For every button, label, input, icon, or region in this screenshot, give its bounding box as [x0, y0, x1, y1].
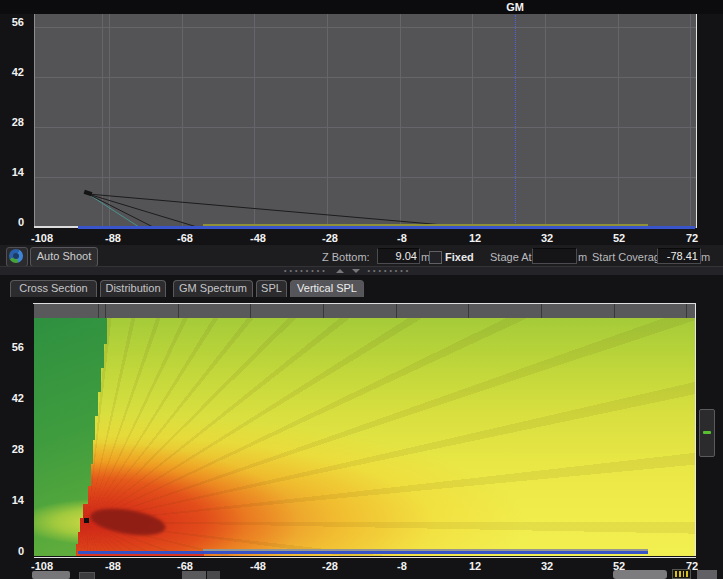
x-tick: 72 [668, 231, 716, 245]
bottom-right-scroll-handle[interactable] [613, 570, 667, 579]
vertical-spl-heatmap[interactable] [34, 318, 696, 556]
y-tick: 42 [0, 391, 24, 405]
x-tick: -108 [18, 231, 66, 245]
y-tick: 56 [0, 15, 24, 29]
gm-marker-label: GM [495, 0, 535, 14]
collapse-up-icon[interactable] [336, 269, 344, 273]
top-margin-strip [0, 0, 723, 14]
splitter-dots: •••••••• [284, 268, 328, 274]
line-array-marker [84, 190, 93, 196]
x-tick: -48 [234, 231, 282, 245]
spl-level-slider[interactable] [699, 409, 715, 457]
y-tick: 56 [0, 340, 24, 354]
x-tick: 32 [523, 231, 571, 245]
x-tick: -28 [306, 559, 354, 573]
heatmap-stage-line [80, 554, 204, 556]
fixed-label: Fixed [445, 251, 474, 263]
speaker-fan-drawing [35, 14, 696, 228]
app-window: GM 56 42 28 14 0 -108 -88 -68 -48 -28 -8… [0, 0, 723, 579]
heatmap-source-point [84, 518, 89, 523]
start-coverage-unit: m [701, 251, 710, 263]
gm-position-line [515, 15, 516, 227]
bottom-control[interactable] [182, 571, 206, 579]
tab-vertical-spl[interactable]: Vertical SPL [290, 280, 364, 297]
x-tick: 12 [451, 559, 499, 573]
y-tick: 0 [0, 544, 24, 558]
bottom-scroll-handle[interactable] [32, 571, 70, 579]
y-tick: 14 [0, 493, 24, 507]
tab-cross-section[interactable]: Cross Section [10, 280, 97, 297]
bottom-control[interactable] [207, 571, 220, 579]
y-tick: 42 [0, 65, 24, 79]
tab-gm-spectrum[interactable]: GM Spectrum [173, 280, 253, 297]
x-tick: -8 [378, 231, 426, 245]
auto-shoot-button[interactable]: Auto Shoot [30, 247, 98, 267]
bottom-right-button[interactable] [697, 570, 717, 579]
shoot-button[interactable] [6, 247, 28, 267]
y-tick: 14 [0, 165, 24, 179]
start-coverage-input[interactable] [657, 248, 701, 264]
fixed-checkbox[interactable] [429, 251, 442, 264]
view-tabbar: Cross Section Distribution GM Spectrum S… [8, 280, 364, 297]
level-meter-icon [672, 569, 691, 579]
splitter-dots: •••••••• [368, 268, 412, 274]
x-tick: -8 [378, 559, 426, 573]
stage-at-unit: m [578, 251, 587, 263]
x-tick: -68 [161, 231, 209, 245]
heatmap-section-bar[interactable] [34, 304, 696, 318]
y-tick: 28 [0, 115, 24, 129]
z-bottom-label: Z Bottom: [322, 251, 370, 263]
tab-distribution[interactable]: Distribution [100, 280, 166, 297]
x-tick: -88 [89, 559, 137, 573]
y-tick: 28 [0, 442, 24, 456]
heatmap-bottom-border [34, 557, 696, 558]
collapse-down-icon[interactable] [352, 269, 360, 273]
x-tick: -48 [234, 559, 282, 573]
x-tick: 12 [451, 231, 499, 245]
bottom-small-button[interactable] [79, 572, 95, 579]
stage-at-label: Stage At: [490, 251, 535, 263]
top-ground-line [78, 226, 695, 229]
x-tick: 32 [523, 559, 571, 573]
y-tick: 0 [0, 215, 24, 229]
stage-at-input[interactable] [532, 248, 577, 264]
top-audience-line [203, 224, 648, 226]
shoot-icon [9, 249, 23, 263]
x-tick: -28 [306, 231, 354, 245]
z-bottom-input[interactable] [377, 248, 420, 264]
top-axis-line [34, 226, 81, 228]
panel-splitter[interactable]: •••••••• •••••••• [0, 266, 723, 275]
x-tick: 52 [595, 231, 643, 245]
splitter-handle[interactable]: •••••••• •••••••• [284, 268, 440, 274]
tab-spl[interactable]: SPL [256, 280, 287, 297]
cross-section-plot[interactable] [34, 14, 697, 228]
x-tick: -88 [89, 231, 137, 245]
